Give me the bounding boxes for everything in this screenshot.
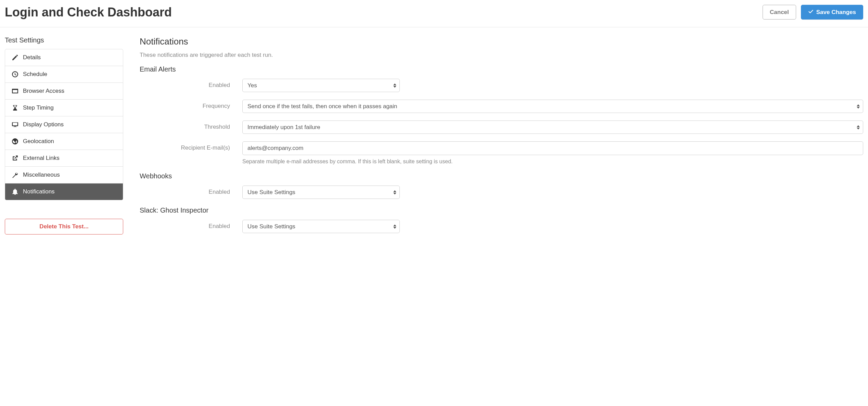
webhooks-enabled-select[interactable]: Use Suite Settings — [242, 186, 400, 199]
wrench-icon — [12, 172, 18, 178]
monitor-icon — [12, 122, 18, 128]
delete-test-button[interactable]: Delete This Test... — [5, 219, 123, 234]
header-actions: Cancel Save Changes — [763, 5, 863, 20]
bell-icon — [12, 189, 18, 195]
sidebar-item-miscellaneous[interactable]: Miscellaneous — [5, 167, 123, 183]
sidebar-item-label: External Links — [23, 155, 60, 162]
email-frequency-label: Frequency — [140, 100, 242, 110]
email-threshold-select[interactable]: Immediately upon 1st failure — [242, 120, 863, 134]
sidebar-item-browser-access[interactable]: Browser Access — [5, 83, 123, 100]
sidebar-nav: Details Schedule Browser Access Step Tim… — [5, 49, 123, 200]
email-recipients-input[interactable] — [242, 141, 863, 155]
sidebar-item-display-options[interactable]: Display Options — [5, 116, 123, 133]
main-panel: Notifications These notifications are tr… — [140, 36, 863, 241]
hourglass-icon — [12, 105, 18, 111]
notifications-description: These notifications are triggered after … — [140, 52, 863, 59]
sidebar-item-notifications[interactable]: Notifications — [5, 183, 123, 200]
check-icon — [808, 9, 814, 16]
delete-test-label: Delete This Test... — [39, 223, 88, 230]
slack-heading: Slack: Ghost Inspector — [140, 206, 863, 214]
clock-icon — [12, 71, 18, 77]
external-link-icon — [12, 155, 18, 161]
sidebar-item-schedule[interactable]: Schedule — [5, 66, 123, 83]
sidebar-item-label: Schedule — [23, 71, 47, 78]
sidebar-item-label: Geolocation — [23, 138, 54, 145]
email-frequency-select[interactable]: Send once if the test fails, then once w… — [242, 100, 863, 113]
content: Test Settings Details Schedule Browser A… — [0, 27, 868, 250]
sidebar-item-label: Step Timing — [23, 104, 54, 111]
email-threshold-label: Threshold — [140, 120, 242, 130]
save-button-label: Save Changes — [816, 9, 856, 16]
sidebar-item-step-timing[interactable]: Step Timing — [5, 100, 123, 116]
sidebar-item-details[interactable]: Details — [5, 49, 123, 66]
sidebar-item-external-links[interactable]: External Links — [5, 150, 123, 167]
sidebar-item-label: Notifications — [23, 188, 55, 195]
email-recipients-help: Separate multiple e-mail addresses by co… — [242, 158, 863, 165]
page-title: Login and Check Dashboard — [5, 5, 172, 20]
webhooks-heading: Webhooks — [140, 172, 863, 180]
webhooks-enabled-label: Enabled — [140, 186, 242, 195]
notifications-heading: Notifications — [140, 36, 863, 47]
email-recipients-row: Recipient E-mail(s) Separate multiple e-… — [140, 141, 863, 165]
email-enabled-row: Enabled Yes — [140, 79, 863, 92]
slack-enabled-label: Enabled — [140, 220, 242, 230]
email-enabled-label: Enabled — [140, 79, 242, 89]
pencil-icon — [12, 54, 18, 61]
sidebar-item-label: Miscellaneous — [23, 172, 60, 178]
browser-icon — [12, 88, 18, 94]
webhooks-enabled-row: Enabled Use Suite Settings — [140, 186, 863, 199]
email-enabled-select[interactable]: Yes — [242, 79, 400, 92]
email-frequency-row: Frequency Send once if the test fails, t… — [140, 100, 863, 113]
globe-icon — [12, 138, 18, 144]
email-threshold-row: Threshold Immediately upon 1st failure — [140, 120, 863, 134]
email-alerts-heading: Email Alerts — [140, 65, 863, 73]
cancel-button-label: Cancel — [770, 9, 789, 16]
slack-enabled-select[interactable]: Use Suite Settings — [242, 220, 400, 233]
slack-enabled-row: Enabled Use Suite Settings — [140, 220, 863, 233]
sidebar-item-label: Details — [23, 54, 41, 61]
sidebar-title: Test Settings — [5, 36, 123, 44]
sidebar: Test Settings Details Schedule Browser A… — [5, 36, 123, 241]
save-button[interactable]: Save Changes — [801, 5, 863, 20]
email-recipients-label: Recipient E-mail(s) — [140, 141, 242, 151]
sidebar-item-label: Browser Access — [23, 88, 64, 94]
page-header: Login and Check Dashboard Cancel Save Ch… — [0, 0, 868, 27]
sidebar-item-label: Display Options — [23, 121, 64, 128]
cancel-button[interactable]: Cancel — [763, 5, 796, 20]
sidebar-item-geolocation[interactable]: Geolocation — [5, 133, 123, 150]
